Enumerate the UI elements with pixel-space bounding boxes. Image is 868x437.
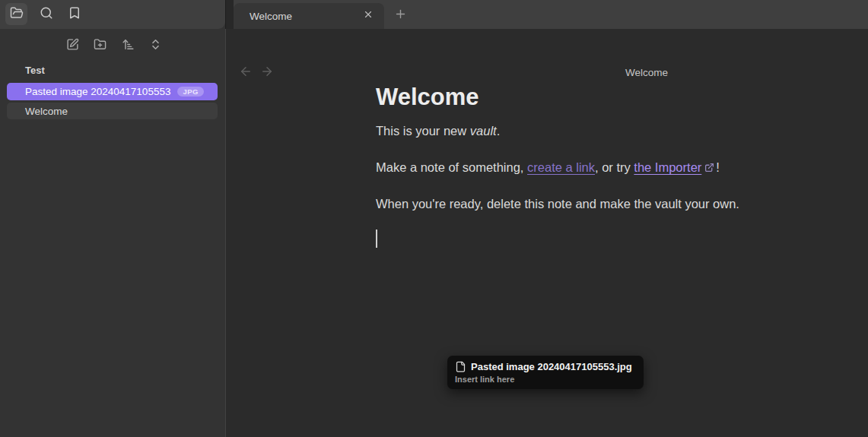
importer-link[interactable]: the Importer — [634, 160, 701, 174]
external-link-icon[interactable] — [704, 159, 714, 169]
arrow-left-icon — [239, 65, 253, 81]
bookmarks-ribbon-button[interactable] — [63, 3, 85, 25]
text: . — [497, 124, 501, 138]
file-name: Pasted image 20240417105553 — [25, 86, 170, 97]
note-heading: Welcome — [376, 84, 479, 111]
new-folder-button[interactable] — [91, 36, 110, 55]
italic-text: vault — [470, 124, 497, 138]
collapse-all-button[interactable] — [146, 36, 166, 55]
collapse-icon — [149, 38, 162, 54]
navigate-forward-button[interactable] — [259, 65, 274, 80]
view-header-title: Welcome — [625, 67, 668, 78]
new-folder-icon — [94, 38, 107, 54]
search-ribbon-button[interactable] — [35, 3, 57, 25]
file-row-pasted-image[interactable]: Pasted image 20240417105553 JPG — [7, 83, 218, 100]
tab-title: Welcome — [250, 11, 292, 22]
explorer-toolbar — [62, 36, 166, 55]
editor-pane: Welcome Welcome Welcome This is your new… — [226, 0, 868, 437]
plus-icon — [394, 8, 407, 24]
search-icon — [40, 6, 53, 23]
folder-open-icon — [10, 6, 24, 23]
new-tab-button[interactable] — [393, 8, 408, 23]
text: ! — [716, 160, 720, 174]
tab-close-button[interactable] — [361, 9, 375, 23]
drag-drop-tooltip: Pasted image 20240417105553.jpg Insert l… — [447, 356, 644, 389]
drag-tooltip-hint: Insert link here — [455, 375, 632, 384]
new-note-icon — [66, 38, 79, 54]
file-explorer-sidebar: Test Pasted image 20240417105553 JPG Wel… — [0, 0, 225, 437]
tab-welcome[interactable]: Welcome — [234, 3, 384, 29]
obsidian-window: Test Pasted image 20240417105553 JPG Wel… — [0, 0, 868, 437]
files-ribbon-button[interactable] — [5, 3, 27, 25]
new-note-button[interactable] — [62, 36, 82, 55]
text: Make a note of something, — [376, 160, 527, 174]
vault-name[interactable]: Test — [25, 65, 45, 76]
arrow-right-icon — [260, 65, 274, 81]
note-paragraph-1: This is your new vault. — [376, 122, 500, 140]
bookmark-icon — [68, 6, 81, 23]
text-caret — [376, 230, 377, 248]
file-name: Welcome — [25, 106, 68, 117]
text: , or try — [595, 160, 634, 174]
x-icon — [363, 9, 374, 23]
create-a-link-link[interactable]: create a link — [527, 160, 595, 174]
view-header: Welcome — [226, 29, 868, 58]
tab-bar: Welcome — [226, 0, 868, 29]
file-icon — [455, 361, 466, 372]
navigate-back-button[interactable] — [238, 65, 253, 80]
sort-order-button[interactable] — [118, 36, 138, 55]
file-extension-badge: JPG — [177, 87, 204, 97]
sort-icon — [122, 38, 135, 54]
note-paragraph-2: Make a note of something, create a link,… — [376, 158, 720, 176]
file-row-welcome[interactable]: Welcome — [7, 103, 218, 119]
text: This is your new — [376, 124, 470, 138]
drag-tooltip-filename: Pasted image 20240417105553.jpg — [471, 361, 632, 372]
note-paragraph-3: When you're ready, delete this note and … — [376, 195, 739, 213]
tab-bar-notch — [226, 0, 234, 29]
sidebar-ribbon — [0, 0, 225, 29]
drag-tooltip-file: Pasted image 20240417105553.jpg — [455, 361, 632, 372]
